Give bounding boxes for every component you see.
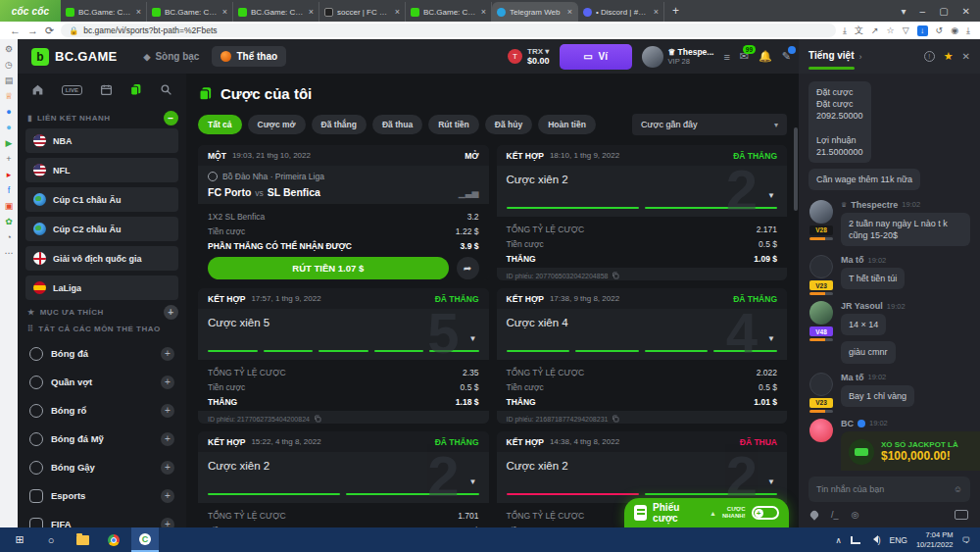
rules-keyboard-icon[interactable] (955, 510, 968, 520)
search-icon[interactable] (160, 83, 172, 96)
profile-icon[interactable]: ◉ (951, 25, 958, 35)
url-box[interactable]: 🔒 bc.game/vi/sports?bt-path=%2Fbets (61, 24, 836, 37)
filter-rút-tiền[interactable]: Rút tiền (428, 115, 479, 134)
expand-plus-icon[interactable]: + (161, 404, 174, 418)
language-indicator[interactable]: ENG (890, 535, 907, 545)
nav-sports[interactable]: Thể thao (212, 46, 286, 67)
action-center-icon[interactable]: 🗨 (962, 535, 971, 545)
sidebar-sport-soccer[interactable]: Bóng đá + (25, 339, 178, 368)
sidebar-item-cúp-c1-châu-âu[interactable]: Cúp C1 châu Âu (25, 187, 178, 212)
zalo-icon[interactable]: ● (6, 124, 11, 132)
commands-icon[interactable]: /​_ (831, 510, 839, 520)
sidebar-sport-basketball[interactable]: Bóng rổ + (25, 396, 178, 425)
chat-close-icon[interactable]: ✕ (962, 51, 970, 62)
chat-username[interactable]: Ma tố (841, 373, 864, 382)
filter-cược-mở[interactable]: Cược mở (248, 115, 306, 134)
bell-icon[interactable]: ◔ (6, 233, 11, 242)
facebook-icon[interactable]: f (8, 186, 11, 195)
copy-icon[interactable] (612, 415, 619, 423)
reading-list-icon[interactable]: ▤ (5, 76, 14, 85)
sidebar-sport-cricket[interactable]: Bóng Gậy + (25, 453, 178, 481)
games-icon[interactable]: ▶ (6, 139, 13, 148)
sort-dropdown[interactable]: Cược gần đây▾ (632, 114, 787, 135)
rewards-crown-icon[interactable]: ♕ (5, 92, 13, 101)
tab-close-icon[interactable]: × (136, 7, 141, 17)
browser-tab[interactable]: BC.Game: Crypto Casino × (61, 2, 147, 22)
file-explorer-icon[interactable] (69, 527, 96, 552)
filter-hoàn-tiền[interactable]: Hoàn tiền (538, 115, 596, 134)
taskbar-search-icon[interactable]: ○ (37, 527, 65, 552)
browser-tab[interactable]: BC.Game: Crypto Casino × (406, 2, 492, 22)
browser-tab[interactable]: soccer | FC Porto vs SL B × (319, 2, 406, 22)
chat-avatar[interactable] (809, 255, 833, 278)
forward-button[interactable]: → (27, 25, 38, 36)
tab-close-icon[interactable]: × (309, 7, 314, 17)
chat-username[interactable]: BC (841, 419, 854, 428)
mail-icon[interactable]: ✉99 (740, 50, 749, 63)
chat-language-tab[interactable]: Tiếng việt (808, 50, 855, 64)
downloads-tray-icon[interactable]: ⤓ (966, 25, 970, 36)
volume-icon[interactable]: ) (869, 535, 881, 545)
tab-close-icon[interactable]: × (481, 7, 486, 17)
tab-close-icon[interactable]: × (654, 7, 659, 17)
back-button[interactable]: ← (10, 25, 21, 36)
settings-icon[interactable]: ⚙ (5, 45, 13, 54)
add-icon[interactable]: + (6, 155, 11, 164)
chevron-down-icon[interactable]: ▼ (767, 477, 775, 486)
chevron-down-icon[interactable]: ▼ (767, 191, 775, 200)
chat-avatar[interactable] (809, 200, 833, 224)
wallet-button[interactable]: ▭ Ví (560, 44, 632, 70)
emoji-icon[interactable]: ☺ (954, 484, 962, 494)
close-button[interactable]: ✕ (962, 6, 970, 17)
tray-expand-icon[interactable]: ∧ (835, 535, 841, 545)
chat-username[interactable]: Thespectre (851, 200, 898, 210)
sidebar-sport-tennis[interactable]: Quần vợt + (25, 368, 178, 396)
trophy-icon[interactable]: ★ (944, 50, 954, 63)
minimize-button[interactable]: – (920, 6, 926, 17)
filter-đã-thắng[interactable]: Đã thắng (312, 115, 367, 134)
balance-selector[interactable]: T TRX ▾ $0.00 (508, 47, 550, 67)
chat-avatar[interactable] (809, 301, 833, 325)
tab-close-icon[interactable]: × (222, 7, 227, 17)
chat-username[interactable]: JR Yasoul (841, 301, 883, 311)
sidebar-sport-american-football[interactable]: Bóng đá Mỹ + (25, 425, 178, 453)
browser-tab[interactable]: • Discord | #games × (578, 2, 664, 22)
sidebar-item-nba[interactable]: NBA (25, 128, 178, 153)
match-teams[interactable]: FC PortovsSL Benfica ▁▃▅ (208, 186, 479, 204)
live-icon[interactable]: LIVE (62, 85, 82, 95)
avatar[interactable] (642, 46, 663, 68)
browser-tab[interactable]: BC.Game: Crypto Casino × (233, 2, 319, 22)
sidebar-item-cúp-c2-châu-âu[interactable]: Cúp C2 châu Âu (25, 217, 178, 241)
history-icon[interactable]: ◷ (5, 61, 13, 70)
expand-plus-icon[interactable]: + (161, 376, 174, 389)
collapse-button[interactable]: − (164, 111, 178, 125)
sidebar-item-laliga[interactable]: LaLiga (25, 276, 178, 300)
clock[interactable]: 7:04 PM 10/21/2022 (916, 530, 954, 549)
my-bets-icon[interactable] (129, 83, 142, 96)
betslip-button[interactable]: Phiếu cược ▲ CƯỢC NHANH! + (624, 498, 789, 527)
maximize-button[interactable]: ▢ (939, 6, 948, 17)
save-icon[interactable]: ⤓ (843, 25, 847, 36)
translate-icon[interactable]: 文 (855, 25, 863, 37)
browser-tab[interactable]: BC.Game: Crypto Casino × (147, 2, 233, 22)
shield-icon[interactable]: ▽ (903, 25, 909, 35)
filter-đã-thua[interactable]: Đã thua (372, 115, 422, 134)
chat-avatar[interactable] (809, 419, 833, 442)
expand-plus-icon[interactable]: + (161, 489, 174, 503)
scrollbar[interactable] (794, 127, 798, 211)
tab-close-icon[interactable]: × (567, 7, 572, 17)
sidebar-sport-esports[interactable]: Esports + (25, 481, 178, 510)
bell-icon[interactable]: 🔔 (759, 50, 772, 63)
bcgame-logo[interactable]: b BC.GAME (18, 48, 118, 66)
more-icon[interactable]: ⋯ (5, 249, 14, 258)
copy-icon[interactable] (314, 415, 321, 423)
chat-pen-icon[interactable]: ✎ (782, 50, 791, 63)
cashout-button[interactable]: RÚT TIỀN 1.07 $ (208, 257, 449, 279)
chat-input[interactable]: Tin nhắn của bạn ☺ (808, 477, 970, 502)
reload-button[interactable]: ⟳ (45, 25, 54, 37)
sidebar-sport-fifa[interactable]: FIFA + (25, 510, 178, 527)
share-icon[interactable]: ↗ (871, 25, 879, 35)
expand-plus-icon[interactable]: + (161, 518, 174, 528)
calendar-icon[interactable] (100, 83, 113, 96)
expand-plus-icon[interactable]: + (161, 347, 174, 361)
